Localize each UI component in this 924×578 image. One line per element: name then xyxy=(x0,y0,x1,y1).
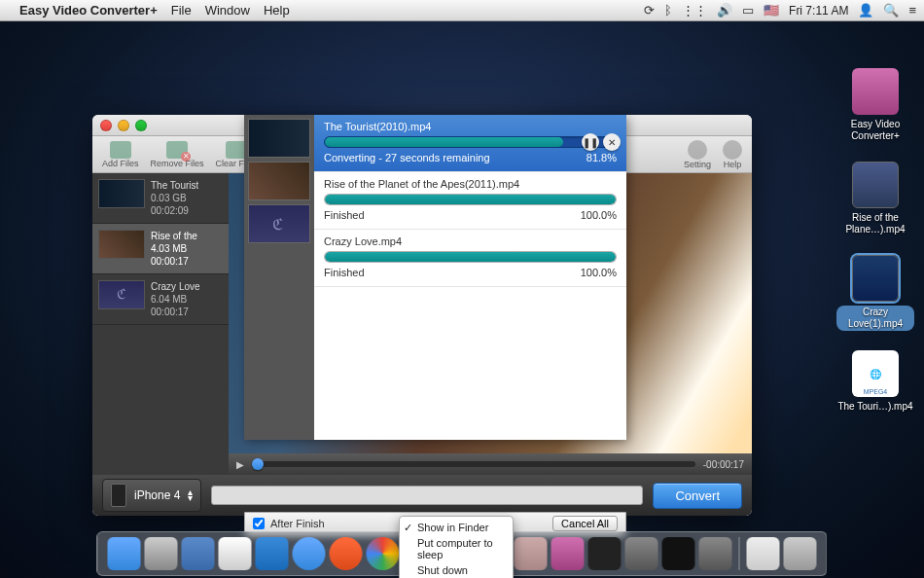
progress-thumbnails xyxy=(244,115,314,440)
desktop-icon-label: Easy Video Converter+ xyxy=(836,119,914,142)
after-finish-checkbox[interactable] xyxy=(253,518,265,529)
dock-app-finder[interactable] xyxy=(108,537,141,570)
progress-bar xyxy=(324,251,617,263)
play-button-icon[interactable]: ▶ xyxy=(236,459,244,470)
help-button[interactable]: Help xyxy=(723,140,742,169)
menu-file[interactable]: File xyxy=(171,3,192,18)
desktop-icon-video[interactable]: Crazy Love(1).mp4 xyxy=(836,255,914,331)
app-menu[interactable]: Easy Video Converter+ xyxy=(19,3,158,18)
dock-folder[interactable] xyxy=(747,537,780,570)
system-menubar: Easy Video Converter+ File Window Help ⟳… xyxy=(0,0,924,21)
device-icon xyxy=(111,484,126,507)
cancel-all-button[interactable]: Cancel All xyxy=(552,516,618,531)
video-icon xyxy=(852,162,899,208)
file-list-sidebar: The Tourist0.03 GB00:02:09 Rise of the4.… xyxy=(92,173,229,475)
dock-app[interactable] xyxy=(182,537,215,570)
window-bottombar: iPhone 4 ▴▾ Convert xyxy=(92,475,752,516)
dock-trash[interactable] xyxy=(784,537,817,570)
file-icon: 🌐 xyxy=(852,350,899,397)
seek-knob[interactable] xyxy=(252,458,264,470)
device-profile-selector[interactable]: iPhone 4 ▴▾ xyxy=(102,479,201,512)
menu-option-sleep[interactable]: Put computer to sleep xyxy=(400,535,513,562)
conversion-progress-panel: The Tourist(2010).mp4 Converting - 27 se… xyxy=(244,115,626,440)
convert-button[interactable]: Convert xyxy=(653,483,742,509)
spotlight-icon[interactable]: 🔍 xyxy=(883,3,899,18)
flag-icon[interactable]: 🇺🇸 xyxy=(764,3,779,18)
stepper-arrows-icon: ▴▾ xyxy=(188,489,193,501)
dock-app[interactable] xyxy=(145,537,178,570)
desktop-icon-video[interactable]: Rise of the Plane…).mp4 xyxy=(836,162,914,235)
progress-list: The Tourist(2010).mp4 Converting - 27 se… xyxy=(314,115,626,440)
file-list-item[interactable]: Crazy Love6.04 MB00:00:17 xyxy=(92,274,229,325)
desktop-icon-app[interactable]: Easy Video Converter+ xyxy=(836,68,914,142)
window-body: The Tourist0.03 GB00:02:09 Rise of the4.… xyxy=(92,173,752,475)
add-files-button[interactable]: Add Files xyxy=(102,141,139,168)
dock-separator xyxy=(739,537,740,570)
app-window: FLV Converter Master Add Files Remove Fi… xyxy=(92,115,752,516)
progress-bar xyxy=(324,194,617,205)
app-icon xyxy=(852,68,899,115)
output-path-field[interactable] xyxy=(211,486,643,505)
dock-app[interactable] xyxy=(219,537,252,570)
desktop-icon-label: Crazy Love(1).mp4 xyxy=(836,306,914,331)
settings-button[interactable]: Setting xyxy=(684,140,711,169)
desktop-icon-label: Rise of the Plane…).mp4 xyxy=(836,212,914,235)
dock-app[interactable] xyxy=(551,537,585,570)
remove-files-button[interactable]: Remove Files xyxy=(151,141,204,168)
file-thumbnail xyxy=(98,179,145,208)
dock-app[interactable] xyxy=(256,537,289,570)
after-finish-label: After Finish xyxy=(270,518,325,529)
user-icon[interactable]: 👤 xyxy=(858,3,873,18)
bluetooth-icon[interactable]: ᛒ xyxy=(664,3,672,18)
pause-button[interactable]: ❚❚ xyxy=(582,133,599,151)
progress-bar xyxy=(324,136,617,148)
desktop-icon-file[interactable]: 🌐 The Touri…).mp4 xyxy=(836,350,914,413)
file-list-item[interactable]: Rise of the4.03 MB00:00:17 xyxy=(92,224,229,274)
seek-slider[interactable] xyxy=(252,461,695,467)
add-files-icon xyxy=(110,141,131,159)
dock-app[interactable] xyxy=(588,537,622,570)
file-thumbnail xyxy=(98,280,145,309)
time-remaining: -00:00:17 xyxy=(703,459,744,470)
menu-help[interactable]: Help xyxy=(264,3,290,18)
progress-thumbnail[interactable] xyxy=(248,119,310,158)
menubar-clock[interactable]: Fri 7:11 AM xyxy=(789,4,848,18)
progress-thumbnail[interactable] xyxy=(248,204,310,243)
help-icon xyxy=(723,140,742,160)
menu-option-show-in-finder[interactable]: Show in Finder xyxy=(400,520,513,535)
video-icon xyxy=(852,255,899,302)
sync-icon[interactable]: ⟳ xyxy=(644,3,655,18)
dock-app[interactable] xyxy=(662,537,695,570)
file-thumbnail xyxy=(98,230,145,259)
dock-app-chrome[interactable] xyxy=(367,537,400,570)
progress-row[interactable]: The Tourist(2010).mp4 Converting - 27 se… xyxy=(314,115,626,172)
dock-app[interactable] xyxy=(330,537,363,570)
progress-row[interactable]: Crazy Love.mp4 Finished100.0% xyxy=(314,230,626,287)
menu-window[interactable]: Window xyxy=(205,3,250,18)
battery-icon[interactable]: ▭ xyxy=(742,3,754,18)
dock-app[interactable] xyxy=(699,537,732,570)
cancel-item-button[interactable]: ✕ xyxy=(603,133,621,151)
wifi-icon[interactable]: ⋮⋮ xyxy=(682,3,707,18)
volume-icon[interactable]: 🔊 xyxy=(717,3,732,18)
desktop-icons: Easy Video Converter+ Rise of the Plane…… xyxy=(836,68,914,413)
remove-files-icon xyxy=(166,141,188,159)
desktop-icon-label: The Touri…).mp4 xyxy=(837,401,912,413)
after-finish-dropdown-trigger[interactable] xyxy=(331,518,389,529)
dock-app[interactable] xyxy=(625,537,658,570)
dock-app[interactable] xyxy=(515,537,548,570)
progress-row[interactable]: Rise of the Planet of the Apes(2011).mp4… xyxy=(314,172,626,230)
preview-controls: ▶ -00:00:17 xyxy=(229,453,752,475)
progress-thumbnail[interactable] xyxy=(248,162,310,200)
menu-option-shutdown[interactable]: Shut down xyxy=(400,562,513,578)
dock-app-safari[interactable] xyxy=(293,537,326,570)
gear-icon xyxy=(688,140,707,160)
file-list-item[interactable]: The Tourist0.03 GB00:02:09 xyxy=(92,173,229,224)
notification-center-icon[interactable]: ≡ xyxy=(908,3,916,18)
after-finish-menu: Show in Finder Put computer to sleep Shu… xyxy=(399,516,514,578)
